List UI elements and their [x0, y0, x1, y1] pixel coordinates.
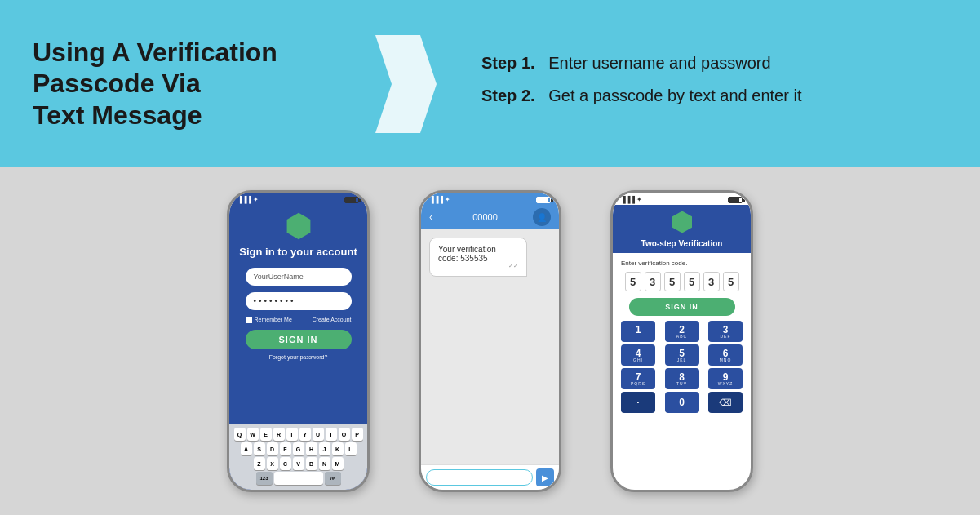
page-title: Using A Verification Passcode Via Text M…	[33, 37, 343, 131]
num-key-6[interactable]: 6MNO	[708, 344, 743, 366]
steps-block: Step 1. Enter username and password Step…	[465, 51, 947, 117]
signal-icon-3: ▐▐▐ ✦	[621, 196, 642, 203]
key-f[interactable]: F	[280, 442, 291, 455]
hex-logo-icon	[284, 211, 313, 241]
num-key-8[interactable]: 8TUV	[665, 368, 699, 389]
status-bar-2: ▐▐▐ ✦	[421, 193, 559, 205]
verification-body: Enter verification code. 5 3 5 5 3 5 SIG…	[613, 253, 751, 490]
key-special[interactable]: /#	[325, 472, 341, 485]
key-123[interactable]: 123	[256, 472, 273, 485]
step-1: Step 1. Enter username and password	[481, 51, 947, 74]
message-input[interactable]	[426, 469, 533, 486]
key-s[interactable]: S	[254, 442, 265, 455]
key-i[interactable]: I	[326, 428, 337, 441]
num-row-2: 4GHI 5JKL 6MNO	[621, 344, 743, 366]
signal-icon: ▐▐▐ ✦	[237, 196, 259, 203]
verification-label: Enter verification code.	[621, 260, 687, 267]
num-key-4[interactable]: 4GHI	[621, 344, 655, 366]
code-digit-3[interactable]: 5	[664, 272, 681, 291]
key-m[interactable]: M	[332, 457, 344, 470]
battery-icon-2	[536, 197, 551, 203]
key-space[interactable]	[274, 472, 323, 485]
phone-messaging: ▐▐▐ ✦ ‹ 00000 👤 Your verification code: …	[419, 190, 561, 492]
remember-me-label: Remember Me	[246, 317, 292, 323]
code-digit-1[interactable]: 5	[625, 272, 641, 291]
phone-signin: ▐▐▐ ✦ Sign in to your account YourUserNa…	[227, 190, 370, 492]
key-t[interactable]: T	[286, 428, 298, 441]
key-x[interactable]: X	[267, 457, 278, 470]
contact-avatar: 👤	[533, 208, 551, 226]
back-icon[interactable]: ‹	[429, 211, 432, 223]
svg-marker-2	[672, 211, 692, 233]
send-button[interactable]: ▶	[536, 468, 554, 486]
num-key-7[interactable]: 7PQRS	[621, 368, 655, 389]
signal-icon-2: ▐▐▐ ✦	[429, 196, 450, 203]
key-y[interactable]: Y	[299, 428, 311, 441]
key-row-1: Q W E R T Y U I O P	[231, 428, 366, 441]
key-g[interactable]: G	[293, 442, 304, 455]
num-key-1[interactable]: 1	[621, 321, 655, 342]
create-account-link[interactable]: Create Account	[313, 317, 352, 323]
key-v[interactable]: V	[293, 457, 304, 470]
verification-header: Two-step Verification	[613, 205, 751, 253]
key-o[interactable]: O	[339, 428, 350, 441]
code-digit-6[interactable]: 5	[723, 272, 739, 291]
backspace-icon: ⌫	[719, 397, 732, 408]
status-bar-1: ▐▐▐ ✦	[229, 193, 367, 205]
arrow-icon	[367, 27, 441, 141]
code-digit-4[interactable]: 5	[684, 272, 700, 291]
key-u[interactable]: U	[313, 428, 324, 441]
key-row-3: Z X C V B N M	[231, 457, 366, 470]
key-e[interactable]: E	[260, 428, 272, 441]
key-j[interactable]: J	[319, 442, 330, 455]
signin-title: Sign in to your account	[239, 246, 357, 260]
code-digit-5[interactable]: 3	[703, 272, 720, 291]
forgot-password-link[interactable]: Forgot your password?	[269, 354, 328, 360]
key-z[interactable]: Z	[254, 457, 265, 470]
message-input-row: ▶	[421, 464, 559, 490]
key-q[interactable]: Q	[234, 428, 246, 441]
key-b[interactable]: B	[306, 457, 317, 470]
message-time: ✓✓	[438, 263, 518, 269]
num-key-2[interactable]: 2ABC	[665, 321, 699, 342]
key-c[interactable]: C	[280, 457, 291, 470]
key-k[interactable]: K	[332, 442, 344, 455]
hex-logo-icon-3	[670, 210, 694, 234]
password-field[interactable]: ••••••••	[246, 292, 352, 310]
verification-title: Two-step Verification	[621, 239, 743, 248]
code-digit-2[interactable]: 3	[645, 272, 661, 291]
messaging-header: ‹ 00000 👤	[421, 205, 559, 229]
header-title-block: Using A Verification Passcode Via Text M…	[33, 37, 343, 131]
num-key-3[interactable]: 3DEF	[708, 321, 743, 342]
num-key-0[interactable]: 0	[665, 392, 699, 413]
username-field[interactable]: YourUserName	[246, 268, 352, 286]
remember-checkbox[interactable]	[246, 317, 252, 323]
backspace-key[interactable]: ⌫	[708, 392, 743, 413]
num-key-9[interactable]: 9WXYZ	[708, 368, 743, 389]
phone-verification: ▐▐▐ ✦ Two-step Verification Enter verifi…	[610, 190, 753, 492]
key-d[interactable]: D	[267, 442, 278, 455]
verify-signin-button[interactable]: SIGN IN	[629, 298, 735, 316]
key-h[interactable]: H	[306, 442, 317, 455]
key-n[interactable]: N	[319, 457, 330, 470]
key-p[interactable]: P	[352, 428, 363, 441]
battery-icon-3	[728, 197, 743, 203]
battery-icon	[344, 197, 359, 203]
contact-id: 00000	[437, 212, 533, 222]
num-key-dot[interactable]: ·	[621, 392, 655, 413]
num-row-3: 7PQRS 8TUV 9WXYZ	[621, 368, 743, 389]
key-r[interactable]: R	[273, 428, 285, 441]
key-l[interactable]: L	[345, 442, 357, 455]
svg-marker-1	[286, 213, 310, 239]
num-row-4: · 0 ⌫	[621, 392, 743, 413]
step-2: Step 2. Get a passcode by text and enter…	[481, 84, 947, 107]
main-section: ▐▐▐ ✦ Sign in to your account YourUserNa…	[0, 167, 980, 515]
num-key-5[interactable]: 5JKL	[665, 344, 699, 366]
code-input-boxes: 5 3 5 5 3 5	[625, 272, 739, 291]
key-w[interactable]: W	[247, 428, 259, 441]
key-row-2: A S D F G H J K L	[231, 442, 366, 455]
signin-button[interactable]: SIGN IN	[246, 330, 352, 349]
key-row-4: 123 /#	[231, 472, 366, 485]
key-a[interactable]: A	[241, 442, 252, 455]
message-body: Your verification code: 535535 ✓✓	[421, 229, 559, 464]
